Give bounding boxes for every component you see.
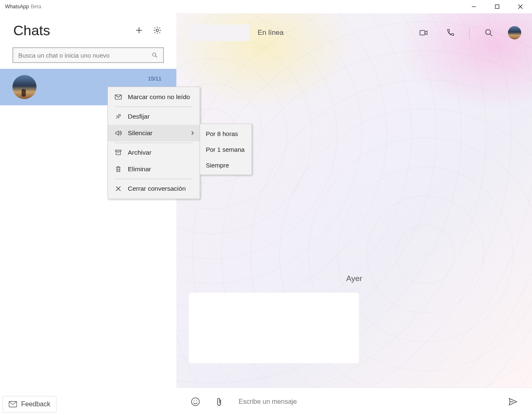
svg-point-6: [156, 29, 159, 32]
menu-separator: [115, 179, 193, 179]
unpin-icon: [115, 113, 122, 120]
search-input[interactable]: [18, 52, 151, 59]
app-name: WhatsApp: [5, 4, 29, 10]
svg-rect-19: [115, 150, 121, 151]
menu-label: Silenciar: [128, 129, 152, 137]
send-icon: [508, 397, 518, 407]
mute-8-hours[interactable]: Por 8 horas: [200, 126, 251, 141]
search-box[interactable]: [12, 47, 164, 63]
plus-icon: [134, 26, 144, 35]
maximize-icon: [495, 4, 500, 9]
mail-icon: [115, 93, 122, 101]
menu-label: Desfijar: [128, 113, 150, 120]
feedback-button[interactable]: Feedback: [2, 396, 56, 413]
maximize-button[interactable]: [486, 0, 509, 13]
menu-separator: [115, 143, 193, 143]
send-button[interactable]: [506, 395, 520, 408]
svg-line-8: [156, 56, 157, 57]
submenu-label: Siempre: [206, 162, 229, 169]
chat-date: 15/11: [148, 75, 161, 82]
attach-button[interactable]: [212, 395, 225, 408]
divider: [469, 27, 470, 38]
chevron-right-icon: [190, 129, 195, 137]
mute-submenu: Por 8 horas Por 1 semana Siempre: [200, 124, 252, 175]
menu-separator: [115, 107, 193, 107]
gear-icon: [153, 26, 162, 35]
menu-label: Eliminar: [128, 165, 151, 173]
header-contact-avatar[interactable]: [508, 26, 521, 39]
submenu-label: Por 8 horas: [206, 130, 238, 137]
search-icon: [484, 28, 493, 37]
menu-mark-unread[interactable]: Marcar como no leído: [108, 89, 200, 105]
svg-line-18: [116, 114, 121, 119]
close-icon: [518, 4, 523, 9]
sidebar-title: Chats: [13, 22, 130, 39]
new-chat-button[interactable]: [130, 21, 148, 39]
search-icon: [151, 52, 158, 58]
video-icon: [419, 28, 428, 37]
menu-delete[interactable]: Eliminar: [108, 161, 200, 177]
menu-mute[interactable]: Silenciar: [108, 125, 200, 141]
close-window-button[interactable]: [509, 0, 532, 13]
menu-label: Cerrar conversación: [128, 185, 186, 192]
svg-point-11: [486, 29, 491, 34]
sidebar-header: Chats: [0, 13, 176, 47]
header-actions: [416, 25, 521, 40]
svg-point-7: [153, 53, 156, 56]
minimize-button[interactable]: [462, 0, 486, 13]
titlebar: WhatsApp Beta: [0, 0, 532, 13]
emoji-icon: [190, 397, 200, 407]
svg-line-12: [490, 34, 493, 36]
chat-header: En línea: [176, 13, 532, 52]
trash-icon: [115, 165, 122, 173]
contact-avatar: [12, 75, 37, 99]
window-controls: [462, 0, 532, 13]
search-in-chat-button[interactable]: [481, 25, 496, 40]
svg-rect-10: [420, 31, 425, 35]
menu-unpin[interactable]: Desfijar: [108, 108, 200, 125]
date-separator: Ayer: [346, 274, 362, 283]
contact-status: En línea: [258, 29, 283, 37]
emoji-button[interactable]: [189, 395, 202, 408]
message-bubble[interactable]: [189, 293, 359, 363]
submenu-label: Por 1 semana: [206, 146, 244, 153]
contact-block[interactable]: En línea: [189, 24, 416, 41]
menu-label: Archivar: [128, 149, 151, 156]
svg-rect-1: [495, 5, 499, 9]
chat-context-menu: Marcar como no leído Desfijar Silenciar …: [107, 87, 200, 199]
mail-icon: [9, 401, 17, 408]
settings-button[interactable]: [148, 21, 166, 39]
app-suffix: Beta: [31, 4, 41, 10]
phone-icon: [446, 28, 455, 37]
svg-point-14: [194, 400, 195, 401]
voice-call-button[interactable]: [443, 25, 458, 40]
chat-panel: En línea Ayer: [176, 13, 532, 415]
search-wrap: [0, 47, 176, 69]
video-call-button[interactable]: [416, 25, 431, 40]
menu-close-conversation[interactable]: Cerrar conversación: [108, 180, 200, 197]
sidebar: Chats 15/11 Feedback: [0, 13, 176, 415]
archive-icon: [115, 149, 122, 156]
paperclip-icon: [214, 397, 224, 407]
contact-name-redacted: [189, 24, 249, 41]
message-input[interactable]: [239, 398, 496, 405]
svg-point-15: [196, 400, 197, 401]
close-icon: [115, 185, 122, 192]
svg-point-13: [192, 398, 200, 405]
speaker-icon: [115, 129, 122, 137]
app-title: WhatsApp Beta: [0, 4, 41, 10]
mute-1-week[interactable]: Por 1 semana: [200, 141, 251, 157]
menu-archive[interactable]: Archivar: [108, 144, 200, 161]
message-composer: [176, 388, 532, 415]
messages-area[interactable]: Ayer: [176, 52, 532, 388]
menu-label: Marcar como no leído: [128, 93, 190, 101]
feedback-label: Feedback: [21, 400, 50, 408]
mute-always[interactable]: Siempre: [200, 157, 251, 173]
minimize-icon: [471, 4, 476, 9]
